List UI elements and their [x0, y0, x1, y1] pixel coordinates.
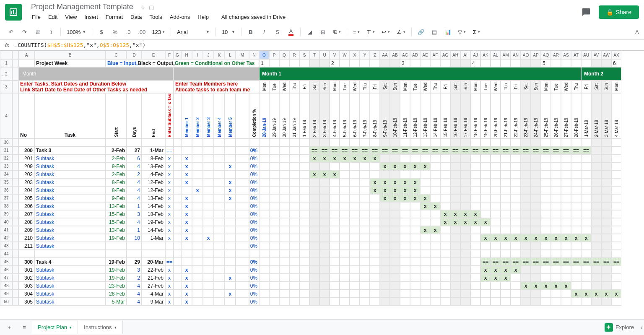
col-header-AB[interactable]: AB: [390, 51, 400, 59]
zoom-select[interactable]: 100%▼: [64, 27, 88, 37]
col-header-Z[interactable]: Z: [370, 51, 380, 59]
currency-button[interactable]: $: [96, 26, 107, 38]
col-header-Q[interactable]: Q: [279, 51, 289, 59]
col-header-AG[interactable]: AG: [440, 51, 450, 59]
col-header-U[interactable]: U: [319, 51, 330, 59]
col-header-AQ[interactable]: AQ: [541, 51, 551, 59]
strike-button[interactable]: S: [272, 26, 283, 38]
spreadsheet-grid[interactable]: ABCDEFGHIJKLMNOPQRSTUVWXYZAAABACADAEAFAG…: [0, 51, 644, 307]
col-header-T[interactable]: T: [309, 51, 319, 59]
col-header-AS[interactable]: AS: [561, 51, 571, 59]
col-header-R[interactable]: R: [289, 51, 299, 59]
folder-icon[interactable]: ▢: [149, 4, 154, 10]
menu-data[interactable]: Data: [127, 12, 145, 22]
filter-button[interactable]: ▽▾: [455, 27, 468, 37]
number-format-select[interactable]: 123▾: [149, 27, 167, 37]
col-header-AL[interactable]: AL: [491, 51, 501, 59]
menu-edit[interactable]: Edit: [45, 12, 61, 22]
col-header-M[interactable]: M: [236, 51, 249, 59]
col-header-AP[interactable]: AP: [531, 51, 541, 59]
col-header-N[interactable]: N: [249, 51, 259, 59]
increase-decimal-button[interactable]: .00: [136, 26, 148, 38]
borders-button[interactable]: ⊞: [317, 26, 329, 38]
col-header-A[interactable]: A: [18, 51, 34, 59]
menu-help[interactable]: Help: [194, 12, 212, 22]
col-header-AA[interactable]: AA: [380, 51, 390, 59]
sheets-logo[interactable]: [5, 4, 22, 21]
col-header-Y[interactable]: Y: [360, 51, 370, 59]
comment-button[interactable]: ▤: [428, 26, 440, 38]
toolbar: ↶ ↷ 🖶 ⟟ 100%▼ $ % .0 .00 123▾ Arial▼ 10▼…: [0, 24, 644, 40]
group-toggle-icon[interactable]: −: [0, 181, 5, 189]
percent-button[interactable]: %: [109, 26, 121, 38]
menu-add-ons[interactable]: Add-ons: [166, 12, 193, 22]
text-color-button[interactable]: A: [285, 26, 297, 38]
col-header-AM[interactable]: AM: [501, 51, 511, 59]
link-button[interactable]: 🔗: [415, 26, 427, 38]
italic-button[interactable]: I: [258, 26, 270, 38]
rotate-button[interactable]: ∠▾: [394, 27, 408, 37]
print-button[interactable]: 🖶: [32, 26, 44, 38]
col-header-AK[interactable]: AK: [480, 51, 491, 59]
save-status: All changes saved in Drive: [218, 12, 289, 22]
wrap-button[interactable]: ↩▾: [379, 27, 392, 37]
decrease-decimal-button[interactable]: .0: [122, 26, 134, 38]
v-align-button[interactable]: ⊤▾: [364, 27, 377, 37]
col-header-AV[interactable]: AV: [591, 51, 601, 59]
col-header-AJ[interactable]: AJ: [470, 51, 480, 59]
col-header-K[interactable]: K: [214, 51, 225, 59]
group-toggle-icon[interactable]: −: [0, 71, 5, 79]
col-header-AC[interactable]: AC: [400, 51, 410, 59]
col-header-S[interactable]: S: [299, 51, 309, 59]
col-header-AO[interactable]: AO: [521, 51, 531, 59]
col-header-AU[interactable]: AU: [581, 51, 591, 59]
col-header-V[interactable]: V: [330, 51, 340, 59]
menu-tools[interactable]: Tools: [146, 12, 165, 22]
col-header-H[interactable]: H: [181, 51, 192, 59]
font-select[interactable]: Arial▼: [174, 27, 212, 37]
star-icon[interactable]: ☆: [140, 4, 145, 10]
col-header-W[interactable]: W: [340, 51, 350, 59]
fill-color-button[interactable]: ◢: [304, 26, 316, 38]
undo-button[interactable]: ↶: [5, 26, 17, 38]
col-header-G[interactable]: G: [174, 51, 181, 59]
col-header-J[interactable]: J: [203, 51, 214, 59]
functions-button[interactable]: Σ▾: [470, 27, 482, 37]
menu-format[interactable]: Format: [102, 12, 126, 22]
col-header-AW[interactable]: AW: [601, 51, 611, 59]
font-size-select[interactable]: 10▼: [219, 27, 238, 37]
menu-view[interactable]: View: [62, 12, 80, 22]
menu-file[interactable]: File: [29, 12, 44, 22]
merge-button[interactable]: ⧉▾: [331, 27, 343, 37]
doc-title[interactable]: Project Management Template: [29, 2, 136, 12]
col-header-AF[interactable]: AF: [430, 51, 440, 59]
paint-format-button[interactable]: ⟟: [45, 26, 57, 38]
toolbar-expand-button[interactable]: ᐱ: [635, 29, 639, 35]
menu-insert[interactable]: Insert: [81, 12, 101, 22]
col-header-X[interactable]: X: [350, 51, 360, 59]
col-header-P[interactable]: P: [269, 51, 279, 59]
chart-button[interactable]: 📊: [442, 26, 454, 38]
col-header-AD[interactable]: AD: [410, 51, 420, 59]
col-header-AE[interactable]: AE: [420, 51, 430, 59]
col-header-AH[interactable]: AH: [450, 51, 460, 59]
col-header-B[interactable]: B: [34, 51, 106, 59]
col-header-E[interactable]: E: [142, 51, 165, 59]
comments-button[interactable]: [579, 5, 594, 20]
bold-button[interactable]: B: [245, 26, 257, 38]
col-header-O[interactable]: O: [259, 51, 269, 59]
col-header-AN[interactable]: AN: [511, 51, 521, 59]
col-header-AR[interactable]: AR: [551, 51, 561, 59]
col-header-L[interactable]: L: [225, 51, 236, 59]
col-header-C[interactable]: C: [106, 51, 127, 59]
col-header-F[interactable]: F: [165, 51, 174, 59]
redo-button[interactable]: ↷: [18, 26, 30, 38]
col-header-D[interactable]: D: [127, 51, 142, 59]
h-align-button[interactable]: ≡▾: [351, 27, 363, 37]
share-button[interactable]: 🔒 Share: [599, 5, 639, 19]
col-header-AI[interactable]: AI: [460, 51, 470, 59]
col-header-I[interactable]: I: [192, 51, 203, 59]
col-header-AX[interactable]: AX: [611, 51, 621, 59]
formula-input[interactable]: =COUNTIFS($H$5:$H$125,"x",O$5:O$125,"x"): [14, 42, 145, 48]
col-header-AT[interactable]: AT: [571, 51, 581, 59]
